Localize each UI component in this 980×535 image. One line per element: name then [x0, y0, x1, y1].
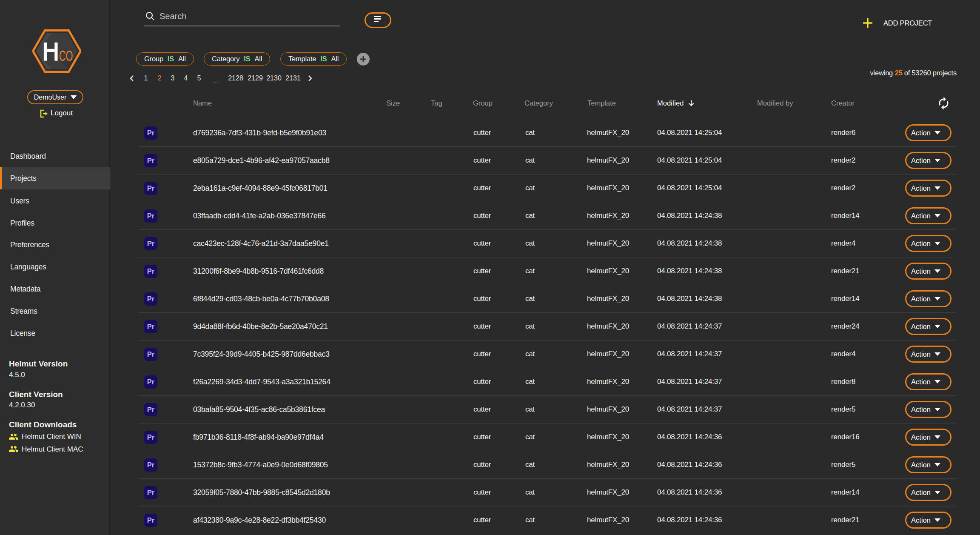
svg-text:CO: CO: [59, 47, 73, 63]
